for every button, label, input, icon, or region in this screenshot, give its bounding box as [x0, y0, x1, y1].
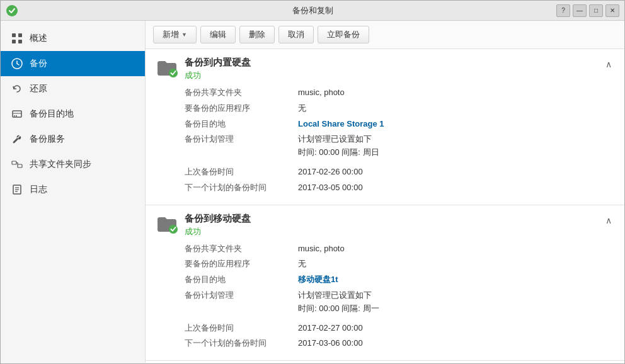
help-button[interactable]: ?	[556, 4, 570, 17]
backup-now-button[interactable]: 立即备份	[318, 26, 369, 43]
detail-destination-2: 备份目的地 移动硬盘1t	[185, 273, 614, 287]
app-icon	[6, 4, 18, 17]
sidebar-label-log: 日志	[30, 184, 47, 195]
detail-label-shared-2: 备份共享文件夹	[185, 242, 298, 256]
backup-title-2: 备份到移动硬盘	[185, 213, 251, 225]
sync-icon	[11, 158, 23, 171]
content-area[interactable]: 备份到内置硬盘 成功 ∧ 备份共享文件夹 music, photo 要备份的应用…	[146, 49, 624, 363]
sidebar-item-overview[interactable]: 概述	[1, 26, 145, 51]
detail-label-apps-1: 要备份的应用程序	[185, 102, 298, 115]
svg-rect-3	[12, 40, 16, 43]
detail-apps-2: 要备份的应用程序 无	[185, 258, 614, 271]
backup-header-left-1: 备份到内置硬盘 成功	[156, 57, 251, 81]
detail-shared-folders-1: 备份共享文件夹 music, photo	[185, 86, 614, 100]
detail-value-dest-2[interactable]: 移动硬盘1t	[298, 273, 338, 287]
titlebar-left	[6, 4, 18, 17]
svg-rect-1	[12, 33, 16, 37]
backup-header-2: 备份到移动硬盘 成功 ∧	[146, 205, 624, 242]
sidebar-item-destination[interactable]: 备份目的地	[1, 101, 145, 127]
grid-icon	[11, 32, 23, 45]
detail-value-last-2: 2017-02-27 00:00	[298, 322, 363, 335]
maximize-button[interactable]: □	[589, 4, 603, 17]
schedule-line2-1: 时间: 00:00 间隔: 周日	[298, 146, 379, 159]
add-button[interactable]: 新增 ▼	[153, 26, 197, 43]
main-content: 概述 备份 还原	[1, 21, 624, 363]
schedule-block-2: 计划管理已设置如下 时间: 00:00 间隔: 周一	[298, 289, 379, 316]
sidebar-label-overview: 概述	[30, 33, 47, 44]
schedule-line2-2: 时间: 00:00 间隔: 周一	[298, 302, 379, 316]
sidebar-item-service[interactable]: 备份服务	[1, 127, 145, 152]
svg-rect-4	[18, 40, 22, 43]
add-arrow-icon: ▼	[181, 31, 187, 38]
detail-value-shared-1: music, photo	[298, 86, 345, 100]
wrench-icon	[11, 133, 23, 145]
backup-status-2: 成功	[185, 226, 251, 237]
clock-icon	[11, 57, 23, 70]
folder-icon-2	[156, 213, 178, 236]
sidebar-label-sync: 共享文件夹同步	[30, 159, 91, 170]
toolbar: 新增 ▼ 编辑 删除 取消 立即备份	[146, 21, 624, 49]
detail-last-backup-2: 上次备份时间 2017-02-27 00:00	[185, 322, 614, 335]
backup-title-1: 备份到内置硬盘	[185, 57, 251, 69]
detail-value-apps-1: 无	[298, 102, 306, 115]
sidebar-label-service: 备份服务	[30, 134, 65, 145]
svg-rect-11	[18, 164, 22, 168]
backup-task-2: 备份到移动硬盘 成功 ∧ 备份共享文件夹 music, photo 要备份的应用…	[146, 205, 624, 361]
sidebar-label-destination: 备份目的地	[30, 108, 74, 120]
backup-status-1: 成功	[185, 70, 251, 81]
main-window: 备份和复制 ? — □ ✕ 概述	[0, 0, 625, 364]
folder-icon-1	[156, 57, 178, 79]
detail-label-schedule-2: 备份计划管理	[185, 289, 298, 316]
edit-button[interactable]: 编辑	[200, 26, 236, 43]
detail-label-apps-2: 要备份的应用程序	[185, 258, 298, 271]
detail-schedule-1: 备份计划管理 计划管理已设置如下 时间: 00:00 间隔: 周日	[185, 133, 614, 159]
svg-point-9	[16, 115, 17, 117]
restore-icon	[11, 82, 23, 95]
backup-header-left-2: 备份到移动硬盘 成功	[156, 213, 251, 237]
backup-title-block-1: 备份到内置硬盘 成功	[185, 57, 251, 81]
sidebar-item-sync[interactable]: 共享文件夹同步	[1, 152, 145, 177]
detail-value-apps-2: 无	[298, 258, 306, 271]
sidebar-item-backup[interactable]: 备份	[1, 51, 145, 76]
close-button[interactable]: ✕	[605, 4, 619, 17]
detail-label-dest-1: 备份目的地	[185, 118, 298, 131]
backup-details-1: 备份共享文件夹 music, photo 要备份的应用程序 无 备份目的地 Lo…	[146, 86, 624, 205]
detail-label-shared-1: 备份共享文件夹	[185, 86, 298, 100]
svg-rect-6	[13, 111, 21, 117]
svg-point-0	[6, 5, 18, 16]
right-panel: 新增 ▼ 编辑 删除 取消 立即备份	[146, 21, 624, 363]
svg-rect-2	[18, 33, 22, 37]
sidebar-item-log[interactable]: 日志	[1, 177, 145, 202]
sidebar-label-backup: 备份	[30, 58, 47, 69]
titlebar: 备份和复制 ? — □ ✕	[1, 1, 624, 21]
detail-value-next-2: 2017-03-06 00:00	[298, 337, 363, 350]
backup-title-block-2: 备份到移动硬盘 成功	[185, 213, 251, 237]
collapse-button-1[interactable]: ∧	[603, 57, 614, 72]
delete-button[interactable]: 删除	[239, 26, 275, 43]
detail-value-dest-1[interactable]: Local Share Storage 1	[298, 118, 384, 131]
collapse-button-2[interactable]: ∧	[603, 213, 614, 228]
titlebar-controls: ? — □ ✕	[556, 4, 619, 17]
backup-details-2: 备份共享文件夹 music, photo 要备份的应用程序 无 备份目的地 移动…	[146, 242, 624, 361]
cancel-button[interactable]: 取消	[278, 26, 314, 43]
svg-rect-10	[12, 161, 16, 164]
detail-next-backup-2: 下一个计划的备份时间 2017-03-06 00:00	[185, 337, 614, 350]
minimize-button[interactable]: —	[573, 4, 587, 17]
svg-point-8	[14, 115, 15, 117]
detail-label-next-1: 下一个计划的备份时间	[185, 181, 298, 195]
backup-header-1: 备份到内置硬盘 成功 ∧	[146, 49, 624, 86]
backup-task-1: 备份到内置硬盘 成功 ∧ 备份共享文件夹 music, photo 要备份的应用…	[146, 49, 624, 205]
detail-shared-folders-2: 备份共享文件夹 music, photo	[185, 242, 614, 256]
detail-value-shared-2: music, photo	[298, 242, 345, 256]
detail-schedule-2: 备份计划管理 计划管理已设置如下 时间: 00:00 间隔: 周一	[185, 289, 614, 316]
detail-destination-1: 备份目的地 Local Share Storage 1	[185, 118, 614, 131]
sidebar-item-restore[interactable]: 还原	[1, 76, 145, 101]
detail-apps-1: 要备份的应用程序 无	[185, 102, 614, 115]
titlebar-title: 备份和复制	[292, 5, 333, 16]
destination-icon	[11, 108, 23, 120]
detail-label-dest-2: 备份目的地	[185, 273, 298, 287]
schedule-block-1: 计划管理已设置如下 时间: 00:00 间隔: 周日	[298, 133, 379, 159]
schedule-line1-2: 计划管理已设置如下	[298, 289, 379, 302]
detail-last-backup-1: 上次备份时间 2017-02-26 00:00	[185, 166, 614, 179]
detail-next-backup-1: 下一个计划的备份时间 2017-03-05 00:00	[185, 181, 614, 195]
